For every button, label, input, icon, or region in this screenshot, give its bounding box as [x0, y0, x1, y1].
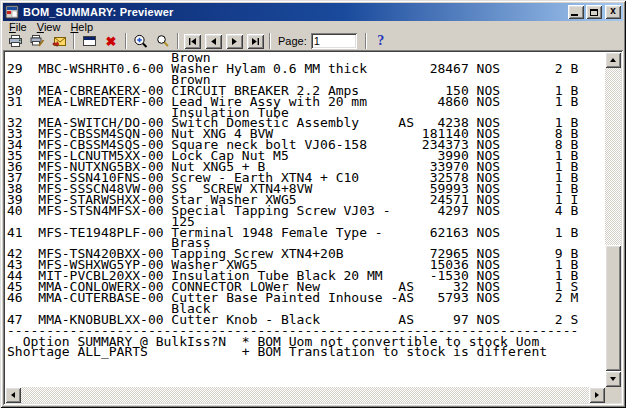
vertical-scrollbar[interactable]: [605, 52, 621, 387]
last-page-icon: [251, 37, 260, 46]
toolbar-separator: [365, 33, 367, 49]
mail-icon: [52, 34, 67, 48]
zoom-out-button[interactable]: [152, 32, 174, 50]
first-page-icon: [188, 37, 197, 46]
help-icon: ?: [377, 34, 384, 48]
window-title: BOM_SUMMARY: Previewer: [23, 6, 566, 18]
maximize-button[interactable]: [586, 5, 602, 19]
close-report-icon: ✖: [106, 35, 117, 48]
scroll-up-button[interactable]: [605, 52, 621, 68]
arrow-down-icon: [610, 377, 616, 381]
arrow-up-icon: [610, 58, 616, 62]
zoom-out-icon: [156, 34, 170, 48]
report-viewport: Brown 29 MBC-WSHRHT0.6-00 Washer Hylam 0…: [3, 50, 623, 405]
page-label: Page:: [278, 35, 307, 47]
help-button[interactable]: ?: [370, 32, 392, 50]
page-input[interactable]: [311, 33, 357, 49]
title-bar[interactable]: BOM_SUMMARY: Previewer x: [3, 3, 623, 21]
print-setup-button[interactable]: [26, 32, 48, 50]
horizontal-scrollbar[interactable]: [5, 387, 605, 403]
scroll-left-button[interactable]: [5, 387, 21, 403]
scroll-down-button[interactable]: [605, 371, 621, 387]
minimize-button[interactable]: [568, 5, 584, 19]
zoom-in-button[interactable]: [130, 32, 152, 50]
export-window-icon: [82, 34, 97, 48]
last-page-button[interactable]: [247, 34, 264, 49]
scroll-right-button[interactable]: [589, 387, 605, 403]
previewer-window: BOM_SUMMARY: Previewer x File View Help: [0, 0, 626, 408]
vertical-scroll-thumb[interactable]: [605, 245, 621, 371]
toolbar: ✖: [4, 32, 622, 50]
scrollbar-corner: [605, 387, 621, 403]
print-button[interactable]: [4, 32, 26, 50]
previous-page-button[interactable]: [205, 34, 222, 49]
minimize-icon: [571, 14, 578, 16]
print-setup-icon: [30, 34, 45, 48]
previous-page-icon: [209, 37, 218, 46]
maximize-icon: [590, 9, 598, 16]
toolbar-separator: [269, 33, 271, 49]
next-page-icon: [230, 37, 239, 46]
app-icon: [5, 5, 19, 19]
close-report-button[interactable]: ✖: [100, 32, 122, 50]
close-icon: x: [610, 6, 616, 16]
export-window-button[interactable]: [78, 32, 100, 50]
arrow-right-icon: [595, 392, 599, 398]
printer-icon: [8, 34, 23, 48]
report-text: Brown 29 MBC-WSHRHT0.6-00 Washer Hylam 0…: [5, 52, 605, 387]
toolbar-separator: [125, 33, 127, 49]
first-page-button[interactable]: [184, 34, 201, 49]
toolbar-separator: [177, 33, 179, 49]
next-page-button[interactable]: [226, 34, 243, 49]
toolbar-separator: [73, 33, 75, 49]
zoom-in-icon: [133, 34, 149, 49]
mail-button[interactable]: [48, 32, 70, 50]
close-button[interactable]: x: [605, 5, 621, 19]
arrow-left-icon: [11, 392, 15, 398]
